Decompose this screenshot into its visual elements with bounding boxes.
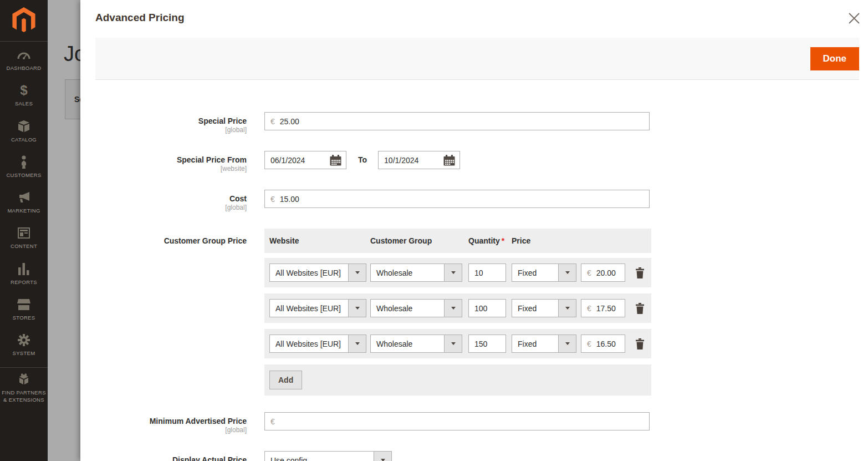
group-price-row: All Websites [EUR] Wholesale bbox=[264, 258, 651, 287]
chevron-down-icon bbox=[348, 300, 366, 317]
cgp-table-header: Website Customer Group Quantity* Price bbox=[264, 229, 651, 253]
display-actual-price-select[interactable]: Use config bbox=[264, 451, 392, 461]
calendar-icon[interactable] bbox=[443, 155, 455, 166]
sidebar-item-sales[interactable]: $ SALES bbox=[0, 77, 48, 113]
customer-group-price-row: Customer Group Price Website Customer Gr… bbox=[95, 229, 868, 396]
chevron-down-icon bbox=[444, 335, 462, 352]
minimum-advertised-price-scope: [global] bbox=[95, 426, 247, 434]
special-price-row: Special Price [global] € bbox=[95, 112, 868, 134]
special-price-from-scope: [website] bbox=[95, 165, 247, 173]
special-price-field-wrap: € bbox=[264, 112, 650, 130]
special-price-input[interactable] bbox=[280, 113, 649, 130]
delete-row-button[interactable] bbox=[634, 337, 646, 351]
sidebar-item-content[interactable]: CONTENT bbox=[0, 220, 48, 255]
customer-group-price-table: Website Customer Group Quantity* Price A… bbox=[264, 229, 651, 396]
special-price-scope: [global] bbox=[95, 126, 247, 134]
chevron-down-icon bbox=[348, 335, 366, 352]
chevron-down-icon bbox=[558, 264, 576, 281]
sidebar-item-marketing[interactable]: MARKETING bbox=[0, 184, 48, 220]
magento-logo[interactable] bbox=[0, 0, 48, 42]
special-price-dates-row: Special Price From [website] To bbox=[95, 151, 868, 173]
quantity-input[interactable] bbox=[469, 300, 506, 317]
price-field-wrap: € bbox=[581, 299, 625, 317]
col-header-website: Website bbox=[269, 236, 370, 245]
sales-dollar-icon: $ bbox=[20, 83, 27, 98]
currency-symbol: € bbox=[265, 195, 280, 204]
currency-symbol: € bbox=[581, 340, 596, 348]
cost-field-wrap: € bbox=[264, 190, 650, 208]
required-asterisk: * bbox=[502, 236, 504, 245]
customer-group-price-label: Customer Group Price bbox=[95, 236, 247, 246]
system-gear-icon bbox=[18, 333, 30, 347]
sidebar-label-reports: REPORTS bbox=[11, 278, 37, 286]
website-select[interactable]: All Websites [EUR] bbox=[269, 335, 366, 353]
sidebar-label-customers: CUSTOMERS bbox=[6, 171, 41, 179]
price-type-select[interactable]: Fixed bbox=[512, 299, 576, 317]
chevron-down-icon bbox=[558, 335, 576, 352]
special-price-from-input[interactable] bbox=[265, 151, 319, 169]
display-actual-price-label: Display Actual Price bbox=[95, 455, 247, 461]
delete-row-button[interactable] bbox=[634, 266, 646, 280]
price-type-select[interactable]: Fixed bbox=[512, 335, 576, 353]
sidebar-item-system[interactable]: SYSTEM bbox=[0, 327, 48, 362]
website-select[interactable]: All Websites [EUR] bbox=[269, 264, 366, 282]
sidebar-item-dashboard[interactable]: DASHBOARD bbox=[0, 42, 48, 77]
calendar-icon[interactable] bbox=[330, 155, 341, 166]
catalog-box-icon bbox=[17, 119, 30, 134]
magento-logo-icon bbox=[12, 7, 35, 34]
website-select[interactable]: All Websites [EUR] bbox=[269, 299, 366, 317]
cgp-add-row: Add bbox=[264, 364, 651, 396]
quantity-field-wrap bbox=[468, 299, 506, 317]
special-price-to-field-wrap bbox=[378, 151, 460, 169]
price-input[interactable] bbox=[596, 300, 625, 317]
price-type-select[interactable]: Fixed bbox=[512, 264, 576, 282]
sidebar-item-catalog[interactable]: CATALOG bbox=[0, 113, 48, 149]
col-header-quantity: Quantity* bbox=[468, 236, 512, 245]
advanced-pricing-form: Special Price [global] € Special Price F… bbox=[95, 80, 868, 461]
chevron-down-icon bbox=[444, 264, 462, 281]
sidebar-label-sales: SALES bbox=[15, 100, 33, 107]
sidebar-label-stores: STORES bbox=[13, 314, 35, 321]
done-button[interactable]: Done bbox=[810, 47, 860, 70]
chevron-down-icon bbox=[444, 300, 462, 317]
currency-symbol: € bbox=[265, 417, 280, 426]
cost-label: Cost bbox=[95, 194, 247, 204]
quantity-field-wrap bbox=[468, 335, 506, 353]
add-row-button[interactable]: Add bbox=[269, 371, 302, 389]
quantity-input[interactable] bbox=[469, 264, 506, 281]
cost-input[interactable] bbox=[280, 190, 649, 207]
chevron-down-icon bbox=[374, 452, 391, 461]
sidebar-item-find-partners[interactable]: FIND PARTNERS & EXTENSIONS bbox=[0, 367, 48, 409]
display-actual-price-row: Display Actual Price [website] Use confi… bbox=[95, 451, 868, 461]
admin-sidebar: DASHBOARD $ SALES CATALOG CUSTOMERS MARK… bbox=[0, 0, 48, 461]
customer-group-select[interactable]: Wholesale bbox=[370, 335, 462, 353]
col-header-price: Price bbox=[512, 236, 530, 245]
minimum-advertised-price-input[interactable] bbox=[280, 413, 649, 430]
price-input[interactable] bbox=[596, 335, 625, 352]
close-icon[interactable] bbox=[846, 10, 862, 27]
stores-shop-icon bbox=[17, 297, 30, 312]
sidebar-item-stores[interactable]: STORES bbox=[0, 291, 48, 327]
special-price-from-field-wrap bbox=[264, 151, 346, 169]
special-price-label: Special Price bbox=[95, 116, 247, 126]
group-price-row: All Websites [EUR] Wholesale bbox=[264, 329, 651, 358]
sidebar-label-system: SYSTEM bbox=[13, 349, 35, 357]
customers-person-icon bbox=[19, 155, 28, 169]
trash-icon bbox=[635, 338, 645, 349]
advanced-pricing-modal: Advanced Pricing Done Special Price [glo… bbox=[80, 0, 868, 461]
currency-symbol: € bbox=[265, 117, 280, 126]
minimum-advertised-price-field-wrap: € bbox=[264, 412, 650, 430]
trash-icon bbox=[635, 303, 645, 314]
special-price-to-input[interactable] bbox=[379, 151, 432, 169]
sidebar-item-reports[interactable]: REPORTS bbox=[0, 256, 48, 291]
customer-group-select[interactable]: Wholesale bbox=[370, 264, 462, 282]
dashboard-gauge-icon bbox=[17, 48, 30, 62]
quantity-field-wrap bbox=[468, 264, 506, 282]
customer-group-select[interactable]: Wholesale bbox=[370, 299, 462, 317]
sidebar-label-dashboard: DASHBOARD bbox=[7, 64, 42, 72]
delete-row-button[interactable] bbox=[634, 302, 646, 315]
price-input[interactable] bbox=[596, 264, 625, 281]
sidebar-item-customers[interactable]: CUSTOMERS bbox=[0, 149, 48, 184]
screen: Journal Scope: DASHBOARD $ SALES bbox=[0, 0, 868, 461]
quantity-input[interactable] bbox=[469, 335, 506, 352]
